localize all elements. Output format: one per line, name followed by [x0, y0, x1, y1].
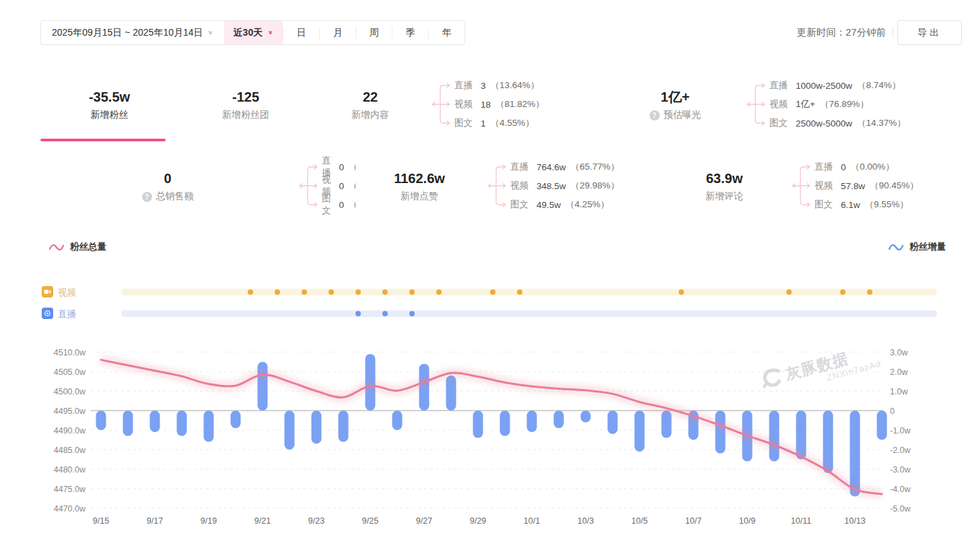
breakdown-row: 图文 49.5w （4.25%） [510, 197, 619, 212]
left-axis-label: 4485.0w [54, 446, 86, 455]
fans-increment-bar [258, 362, 268, 411]
export-button[interactable]: 导出 [897, 20, 962, 45]
chevron-down-icon: ∨ [208, 29, 213, 36]
content-dot[interactable] [517, 289, 522, 295]
filter-group: 2025年09月15日 ~ 2025年10月14日 ∨ 近30天 ∨ 日月周季年 [40, 20, 465, 45]
breakdown-name: 直播 [454, 79, 473, 92]
breakdown-value: 3 [481, 81, 486, 91]
help-icon[interactable]: ? [650, 110, 660, 120]
left-axis-label: 4500.0w [54, 387, 86, 396]
breakdown-row: 视频 348.5w （29.98%） [510, 178, 619, 193]
breakdown-percent: （90.45%） [870, 180, 919, 192]
stat-value: 63.9w [706, 169, 743, 188]
breakdown-name: 直播 [769, 79, 788, 92]
x-axis-label: 10/9 [739, 516, 755, 526]
breakdown-name: 视频 [510, 180, 528, 192]
content-dot[interactable] [679, 289, 684, 295]
period-tab-季[interactable]: 季 [392, 27, 428, 39]
content-dot[interactable] [409, 289, 415, 295]
stat-label: 新增内容 [351, 109, 389, 121]
breakdown-row: 直播 764.6w （65.77%） [510, 160, 619, 174]
stat-card[interactable]: 1162.6w 新增点赞 直播 764.6w （65.77%） 视频 348.5… [355, 152, 661, 219]
date-range-picker[interactable]: 2025年09月15日 ~ 2025年10月14日 ∨ [41, 21, 224, 44]
stat-card[interactable]: -125 新增粉丝团 [178, 67, 313, 141]
stat-label-row: 新增内容 [351, 109, 389, 121]
breakdown-name: 图文 [510, 199, 528, 211]
breakdown-name: 视频 [769, 98, 788, 110]
stat-label: 预估曝光 [664, 109, 701, 121]
help-icon[interactable]: ? [142, 192, 152, 202]
breakdown-row: 直播 1000w-2500w （8.74%） [769, 78, 906, 93]
fans-increment-bar [473, 411, 483, 438]
stat-breakdown: 直播 1000w-2500w （8.74%） 视频 1亿+ （76.89%） 图… [769, 78, 906, 131]
stat-card[interactable]: -35.5w 新增粉丝 [40, 67, 178, 141]
content-dot[interactable] [786, 289, 792, 295]
x-axis-label: 9/21 [254, 516, 271, 526]
breakdown-value: 1亿+ [796, 98, 815, 110]
stat-value: 0 [164, 169, 171, 188]
breakdown-value: 348.5w [537, 181, 566, 191]
breakdown-row: 视频 57.8w （90.45%） [815, 178, 919, 193]
fans-increment-bar [96, 411, 106, 430]
stat-breakdown: 直播 764.6w （65.77%） 视频 348.5w （29.98%） 图文… [510, 160, 619, 212]
breakdown-percent: （65.77%） [571, 161, 620, 173]
x-axis-label: 10/7 [685, 516, 701, 526]
toolbar: 2025年09月15日 ~ 2025年10月14日 ∨ 近30天 ∨ 日月周季年… [0, 0, 964, 54]
live-icon [42, 308, 53, 319]
right-axis-label: -2.0w [890, 446, 911, 455]
breakdown-percent: （9.55%） [865, 199, 909, 211]
stat-value: 22 [363, 88, 378, 107]
breakdown-name: 视频 [815, 180, 833, 192]
x-axis-label: 9/15 [93, 516, 109, 526]
active-underline [40, 139, 166, 141]
period-tab-月[interactable]: 月 [319, 27, 355, 39]
breakdown-value: 0 [339, 181, 345, 191]
breakdown-name: 视频 [454, 98, 473, 110]
legend-label: 粉丝总量 [70, 241, 106, 253]
stat-card-main: 1亿+ ? 预估曝光 [608, 88, 743, 121]
content-dot[interactable] [382, 311, 388, 316]
content-dot[interactable] [302, 289, 307, 295]
stat-card[interactable]: 22 新增内容 直播 3 （13.64%） 视频 18 （81.82%） 图 [313, 67, 598, 141]
breakdown-name: 图文 [769, 117, 788, 129]
breakdown-connector [429, 78, 452, 131]
content-dot[interactable] [867, 289, 872, 295]
stat-label-row: ? 总销售额 [142, 190, 194, 203]
content-dot[interactable] [275, 289, 280, 295]
stat-card[interactable]: 63.9w 新增评论 直播 0 （0.00%） 视频 57.8w （90.45%… [661, 152, 964, 219]
period-tab-日[interactable]: 日 [283, 27, 319, 39]
breakdown-connector [789, 160, 812, 212]
date-range-label: 2025年09月15日 ~ 2025年10月14日 [52, 27, 203, 39]
content-dot[interactable] [490, 289, 495, 295]
breakdown-value: 0 [339, 200, 345, 210]
legend-fans-total[interactable]: 粉丝总量 [48, 241, 106, 253]
content-dot[interactable] [355, 311, 361, 316]
content-dot[interactable] [355, 289, 361, 295]
period-tabs: 日月周季年 [283, 21, 464, 44]
fans-trend-chart[interactable]: 4510.0w3.0w4505.0w2.0w4500.0w1.0w4495.0w… [0, 330, 964, 545]
content-dot[interactable] [382, 289, 388, 295]
breakdown-row: 图文 6.1w （9.55%） [815, 197, 919, 212]
period-tab-周[interactable]: 周 [355, 27, 392, 39]
period-tab-年[interactable]: 年 [428, 27, 464, 39]
x-axis-label: 9/29 [470, 516, 486, 526]
content-dot[interactable] [329, 289, 334, 295]
quick-range-selector[interactable]: 近30天 ∨ [224, 21, 283, 44]
fans-increment-bar [231, 411, 241, 428]
breakdown-row: 视频 18 （81.82%） [454, 97, 545, 112]
breakdown-name: 图文 [454, 117, 473, 129]
stat-breakdown: 直播 3 （13.64%） 视频 18 （81.82%） 图文 1 （4.55%… [454, 78, 545, 131]
content-dot[interactable] [840, 289, 846, 295]
stat-card[interactable]: 1亿+ ? 预估曝光 直播 1000w-2500w （8.74%） 视频 1亿+… [608, 67, 964, 141]
right-axis-label: -1.0w [890, 426, 911, 435]
content-dot[interactable] [409, 311, 415, 316]
pink-wave-icon [48, 243, 65, 252]
fans-increment-bar [150, 411, 160, 432]
stat-card-main: 0 ? 总销售额 [40, 169, 295, 203]
content-dot[interactable] [436, 289, 442, 295]
breakdown-connector [485, 160, 508, 212]
content-dot[interactable] [248, 289, 253, 295]
stat-card-main: 1162.6w 新增点赞 [355, 169, 483, 203]
legend-fans-increment[interactable]: 粉丝增量 [888, 241, 946, 253]
stat-card[interactable]: 0 ? 总销售额 直播 0 （-） 视频 0 （-） 图文 0 [40, 152, 355, 219]
